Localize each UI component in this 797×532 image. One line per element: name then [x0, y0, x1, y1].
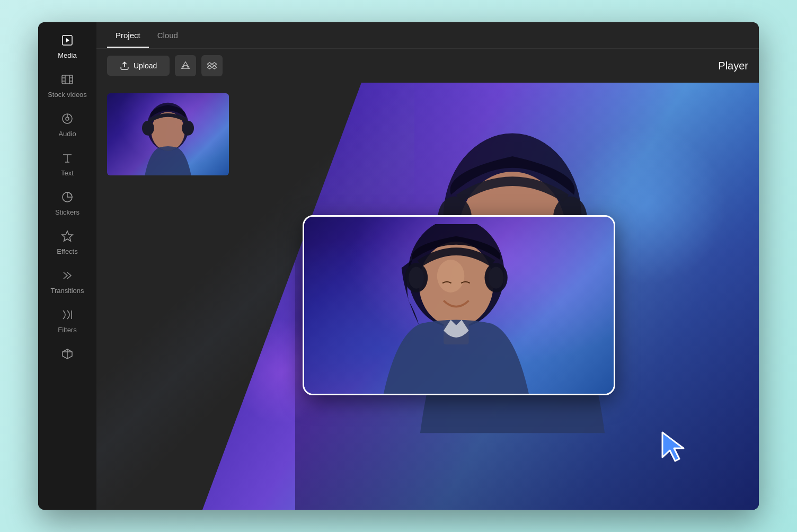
- sidebar-item-audio[interactable]: Audio: [43, 106, 91, 144]
- player-preview-card: [303, 215, 615, 395]
- google-drive-icon: [181, 61, 190, 70]
- google-drive-button[interactable]: [175, 55, 196, 76]
- preview-person: [321, 224, 597, 394]
- stickers-icon: [61, 191, 74, 205]
- svg-marker-16: [62, 231, 73, 241]
- audio-icon: [61, 112, 74, 127]
- svg-rect-2: [62, 75, 73, 84]
- svg-point-32: [409, 267, 424, 288]
- sidebar-item-transitions[interactable]: Transitions: [43, 263, 91, 301]
- sidebar-item-filters[interactable]: Filters: [43, 302, 91, 340]
- svg-point-26: [182, 121, 194, 136]
- upload-icon: [120, 61, 129, 70]
- sidebar-item-label: Effects: [57, 247, 78, 255]
- sidebar-item-label: Text: [61, 169, 74, 177]
- toolbar: Upload Player: [96, 49, 759, 83]
- player-label: Player: [718, 60, 748, 72]
- sidebar-item-label: Stock videos: [48, 91, 87, 99]
- svg-marker-35: [662, 432, 684, 461]
- sidebar-item-stickers[interactable]: Stickers: [43, 184, 91, 223]
- svg-point-25: [142, 121, 154, 136]
- media-icon: [61, 34, 74, 48]
- sidebar-item-3d[interactable]: [43, 341, 91, 368]
- sidebar-item-stock-videos[interactable]: Stock videos: [43, 67, 91, 105]
- 3d-icon: [61, 348, 74, 362]
- dropbox-button[interactable]: [201, 55, 223, 76]
- svg-point-10: [66, 117, 69, 120]
- sidebar-item-label: Transitions: [50, 287, 84, 295]
- cursor-icon: [658, 428, 695, 465]
- text-icon: [61, 152, 74, 166]
- media-thumbnail[interactable]: [107, 93, 229, 175]
- sidebar-item-label: Stickers: [55, 208, 79, 216]
- sidebar-item-label: Media: [58, 51, 76, 59]
- tab-project[interactable]: Project: [107, 23, 149, 47]
- sidebar: Media Stock videos: [38, 22, 96, 510]
- svg-point-29: [437, 260, 465, 292]
- thumbnail-person: [120, 101, 216, 175]
- sidebar-item-label: Filters: [58, 326, 76, 334]
- tab-cloud[interactable]: Cloud: [149, 23, 187, 47]
- main-content: Project Cloud Upload: [96, 22, 759, 510]
- transitions-icon: [61, 269, 74, 283]
- media-area: [96, 83, 759, 510]
- upload-button[interactable]: Upload: [107, 56, 170, 76]
- cursor-arrow: [658, 428, 695, 467]
- sidebar-item-text[interactable]: Text: [43, 145, 91, 183]
- app-window: Media Stock videos: [38, 22, 759, 510]
- svg-point-34: [489, 267, 504, 288]
- sidebar-item-media[interactable]: Media: [43, 28, 91, 66]
- svg-marker-1: [66, 38, 69, 42]
- effects-icon: [61, 230, 74, 244]
- tabs-bar: Project Cloud: [96, 22, 759, 49]
- filters-icon: [61, 308, 74, 323]
- sidebar-item-effects[interactable]: Effects: [43, 224, 91, 262]
- stock-videos-icon: [61, 73, 74, 87]
- dropbox-icon: [207, 61, 217, 70]
- sidebar-item-label: Audio: [58, 130, 76, 138]
